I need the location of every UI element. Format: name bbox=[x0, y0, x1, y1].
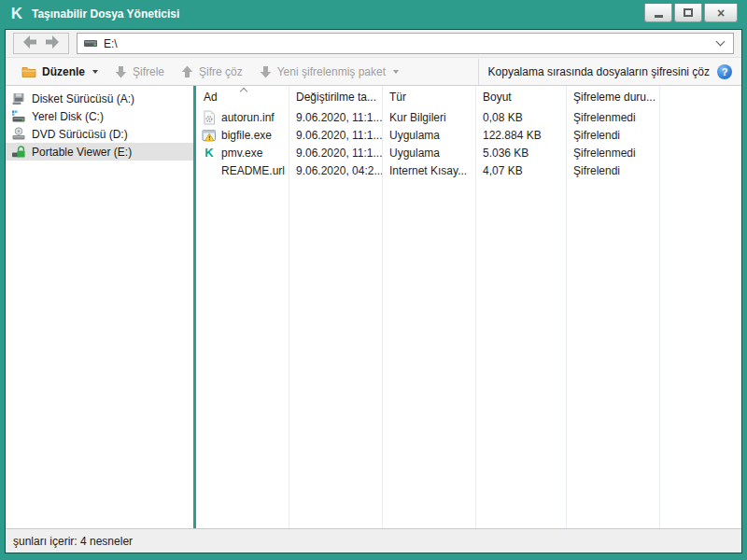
none-icon bbox=[202, 163, 217, 178]
chevron-down-icon[interactable] bbox=[716, 37, 726, 47]
address-combobox[interactable]: E:\ bbox=[77, 33, 734, 54]
address-path: E:\ bbox=[104, 37, 712, 50]
toolbar-button-label: Düzenle bbox=[42, 65, 85, 78]
forward-arrow-icon bbox=[45, 35, 60, 51]
dropdown-caret-icon bbox=[393, 70, 399, 74]
status-bar: şunları içerir: 4 nesneler bbox=[6, 528, 741, 553]
file-modified: 9.06.2020, 11:1... bbox=[289, 147, 382, 160]
column-header-2[interactable]: Tür bbox=[382, 91, 475, 104]
column-separator[interactable] bbox=[289, 86, 289, 528]
file-size: 4,07 KB bbox=[475, 164, 566, 177]
column-separator[interactable] bbox=[659, 86, 660, 528]
toolbar-button-label: Şifrele bbox=[133, 65, 164, 78]
hard-drive-icon bbox=[11, 109, 26, 124]
file-name: bigfile.exe bbox=[221, 129, 272, 142]
file-encryption-status: Şifrelenmedi bbox=[566, 111, 659, 124]
decrypt-on-copy-label: Kopyalama sırasında dosyaların şifresini… bbox=[488, 65, 710, 78]
toolbar-button-label: Şifre çöz bbox=[199, 65, 243, 78]
column-header-3[interactable]: Boyut bbox=[475, 91, 566, 104]
file-name: autorun.inf bbox=[221, 111, 275, 124]
minimize-icon bbox=[655, 15, 663, 18]
kaspersky-app-icon: K bbox=[202, 146, 217, 161]
locked-drive-icon bbox=[11, 145, 26, 160]
file-encryption-status: Şifrelenmedi bbox=[566, 147, 659, 160]
kaspersky-logo-icon: K bbox=[7, 4, 27, 24]
folder-icon bbox=[21, 65, 36, 77]
file-list: AdDeğiştirilme ta...TürBoyutŞifreleme du… bbox=[196, 86, 741, 528]
file-type: Uygulama bbox=[382, 147, 475, 160]
forward-button[interactable] bbox=[45, 35, 60, 51]
sidebar-item-label: Yerel Disk (C:) bbox=[32, 110, 104, 123]
address-bar: E:\ bbox=[6, 30, 741, 58]
column-header-1[interactable]: Değiştirilme ta... bbox=[289, 91, 382, 104]
sidebar-item-label: DVD Sürücüsü (D:) bbox=[32, 128, 128, 141]
file-modified: 9.06.2020, 11:1... bbox=[289, 129, 382, 142]
toolbar-button-3[interactable]: Yeni şifrelenmiş paket bbox=[251, 61, 407, 83]
dvd-drive-icon bbox=[11, 127, 26, 142]
file-type: Kur Bilgileri bbox=[382, 111, 475, 124]
sidebar-item-label: Portable Viewer (E:) bbox=[32, 146, 132, 159]
file-type: Uygulama bbox=[382, 129, 475, 142]
exe-file-icon bbox=[202, 128, 217, 143]
toolbar: DüzenleŞifreleŞifre çözYeni şifrelenmiş … bbox=[6, 58, 741, 86]
dropdown-caret-icon bbox=[92, 70, 98, 74]
file-name: README.url bbox=[221, 164, 285, 177]
file-modified: 9.06.2020, 04:2... bbox=[289, 164, 382, 177]
close-icon: × bbox=[717, 7, 725, 20]
file-size: 0,08 KB bbox=[475, 111, 566, 124]
navigation-buttons bbox=[13, 33, 69, 54]
main-area: Disket Sürücüsü (A:)Yerel Disk (C:)DVD S… bbox=[6, 86, 741, 528]
sidebar-item-label: Disket Sürücüsü (A:) bbox=[32, 92, 134, 105]
file-encryption-status: Şifrelendi bbox=[566, 129, 659, 142]
sidebar-item-portable-viewer-e[interactable]: Portable Viewer (E:) bbox=[6, 143, 193, 161]
arrow-down-icon bbox=[260, 65, 272, 78]
floppy-drive-icon bbox=[11, 91, 26, 106]
toolbar-button-0[interactable]: Düzenle bbox=[13, 61, 106, 83]
title-bar: K Taşınabilir Dosya Yöneticisi × bbox=[0, 0, 747, 29]
minimize-button[interactable] bbox=[644, 4, 672, 22]
arrow-down-icon bbox=[115, 65, 127, 78]
arrow-up-icon bbox=[181, 65, 193, 78]
window-frame: E:\ DüzenleŞifreleŞifre çözYeni şifrelen… bbox=[5, 29, 742, 553]
file-size: 5.036 KB bbox=[475, 147, 566, 160]
column-separator[interactable] bbox=[566, 86, 567, 528]
back-arrow-icon bbox=[22, 35, 37, 51]
toolbar-button-2[interactable]: Şifre çöz bbox=[173, 61, 251, 83]
file-name: pmv.exe bbox=[221, 147, 262, 160]
file-encryption-status: Şifrelendi bbox=[566, 164, 659, 177]
sidebar-item-dvd-s-r-c-s-d[interactable]: DVD Sürücüsü (D:) bbox=[6, 125, 193, 143]
inf-file-icon bbox=[202, 110, 217, 125]
toolbar-button-1[interactable]: Şifrele bbox=[106, 61, 173, 83]
sidebar-item-yerel-disk-c[interactable]: Yerel Disk (C:) bbox=[6, 107, 193, 125]
file-modified: 9.06.2020, 11:1... bbox=[289, 111, 382, 124]
window-title: Taşınabilir Dosya Yöneticisi bbox=[32, 0, 179, 29]
column-separator[interactable] bbox=[475, 86, 476, 528]
status-text: şunları içerir: 4 nesneler bbox=[13, 535, 133, 548]
toolbar-separator bbox=[478, 59, 479, 85]
window-controls: × bbox=[644, 4, 738, 22]
back-button[interactable] bbox=[22, 35, 37, 51]
maximize-button[interactable] bbox=[674, 4, 702, 22]
column-separator[interactable] bbox=[382, 86, 383, 528]
portable-file-manager-window: { "window": { "title": "Taşınabilir Dosy… bbox=[0, 0, 747, 560]
file-type: Internet Kısay... bbox=[382, 164, 475, 177]
drive-sidebar: Disket Sürücüsü (A:)Yerel Disk (C:)DVD S… bbox=[6, 86, 193, 528]
sidebar-item-disket-s-r-c-s-a[interactable]: Disket Sürücüsü (A:) bbox=[6, 90, 193, 107]
column-header-4[interactable]: Şifreleme duru... bbox=[566, 91, 659, 104]
file-size: 122.884 KB bbox=[475, 129, 566, 142]
drive-icon bbox=[83, 36, 98, 51]
close-button[interactable]: × bbox=[704, 4, 738, 22]
help-icon[interactable]: ? bbox=[717, 64, 732, 79]
toolbar-button-label: Yeni şifrelenmiş paket bbox=[277, 65, 386, 78]
maximize-icon bbox=[684, 8, 693, 17]
